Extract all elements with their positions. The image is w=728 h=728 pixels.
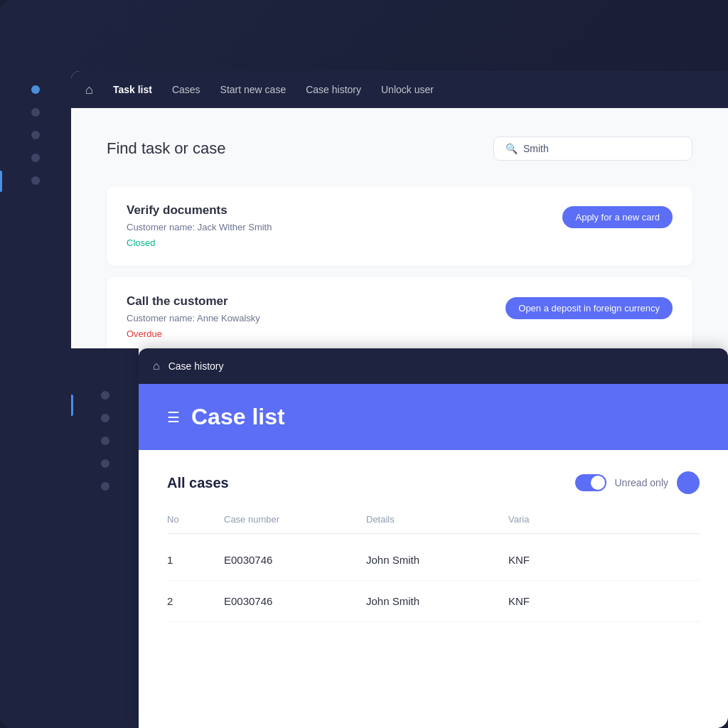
sidebar-dot-2[interactable] (31, 108, 40, 117)
all-cases-title: All cases (167, 475, 229, 491)
col-variant: Varia (508, 514, 700, 525)
search-input[interactable] (523, 143, 680, 154)
window-nav: ⌂ Task list Cases Start new case Case hi… (71, 71, 728, 108)
table-row[interactable]: 2 E0030746 John Smith KNF (167, 581, 700, 622)
case-history-nav-title: Case history (168, 360, 224, 372)
cases-header-row: All cases Unread only (167, 471, 700, 494)
second-sidebar (71, 348, 139, 728)
row2-variant: KNF (508, 595, 700, 607)
task-status-1: Closed (127, 237, 155, 248)
row1-no: 1 (167, 554, 224, 566)
task-info-2: Call the customer Customer name: Anne Ko… (127, 294, 260, 340)
task-tag-btn-2[interactable]: Open a deposit in foreign currency (505, 297, 673, 319)
task-item-1: Verify documents Customer name: Jack Wit… (107, 186, 692, 266)
row2-case-number: E0030746 (224, 595, 366, 607)
toggle-knob (591, 476, 605, 490)
cases-content: All cases Unread only No Case number Det… (139, 450, 728, 643)
unread-only-label: Unread only (615, 477, 669, 488)
nav-task-list[interactable]: Task list (113, 84, 152, 95)
row1-variant: KNF (508, 554, 700, 566)
case-list-header: ☰ Case list (139, 384, 728, 450)
col-no: No (167, 514, 224, 525)
table-header: No Case number Details Varia (167, 514, 700, 534)
task-tag-btn-1[interactable]: Apply for a new card (562, 206, 673, 228)
case-history-nav: ⌂ Case history (139, 348, 728, 384)
nav-start-new-case[interactable]: Start new case (220, 84, 287, 95)
second-sidebar-dot-1[interactable] (101, 391, 109, 400)
task-info-1: Verify documents Customer name: Jack Wit… (127, 203, 272, 249)
second-sidebar-dot-3[interactable] (101, 437, 109, 445)
search-row: Find task or case 🔍 (107, 136, 692, 161)
task-status-2: Overdue (127, 328, 162, 339)
left-sidebar (0, 71, 71, 728)
menu-icon[interactable]: ☰ (167, 409, 180, 426)
row2-details: John Smith (366, 595, 508, 607)
home-icon[interactable]: ⌂ (85, 82, 93, 97)
task-title-1: Verify documents (127, 203, 272, 218)
filter-dot[interactable] (677, 471, 700, 494)
col-case-number: Case number (224, 514, 366, 525)
search-icon: 🔍 (505, 143, 518, 154)
sidebar-dot-1[interactable] (31, 85, 40, 94)
unread-toggle[interactable] (575, 474, 606, 491)
row2-no: 2 (167, 595, 224, 607)
case-history-window: ⌂ Case history ☰ Case list All cases Unr… (139, 348, 728, 728)
case-list-title: Case list (191, 404, 285, 430)
search-box: 🔍 (493, 136, 692, 161)
toggle-row: Unread only (575, 471, 700, 494)
row1-details: John Smith (366, 554, 508, 566)
second-sidebar-dot-5[interactable] (101, 482, 109, 491)
sidebar-dot-5[interactable] (31, 176, 40, 185)
task-item-2: Call the customer Customer name: Anne Ko… (107, 277, 692, 357)
nav-case-history[interactable]: Case history (306, 84, 361, 95)
table-row[interactable]: 1 E0030746 John Smith KNF (167, 540, 700, 581)
col-details: Details (366, 514, 508, 525)
case-history-home-icon[interactable]: ⌂ (153, 360, 160, 373)
sidebar-dot-4[interactable] (31, 154, 40, 162)
second-sidebar-dot-4[interactable] (101, 459, 109, 468)
row1-case-number: E0030746 (224, 554, 366, 566)
find-title: Find task or case (107, 139, 226, 158)
task-customer-2: Customer name: Anne Kowalsky (127, 313, 260, 323)
cases-table: No Case number Details Varia 1 E0030746 … (167, 514, 700, 622)
task-customer-1: Customer name: Jack Wither Smith (127, 222, 272, 232)
nav-cases[interactable]: Cases (172, 84, 200, 95)
task-title-2: Call the customer (127, 294, 260, 309)
sidebar-dot-3[interactable] (31, 131, 40, 139)
nav-unlock-user[interactable]: Unlock user (381, 84, 434, 95)
second-sidebar-dot-2[interactable] (101, 414, 109, 422)
